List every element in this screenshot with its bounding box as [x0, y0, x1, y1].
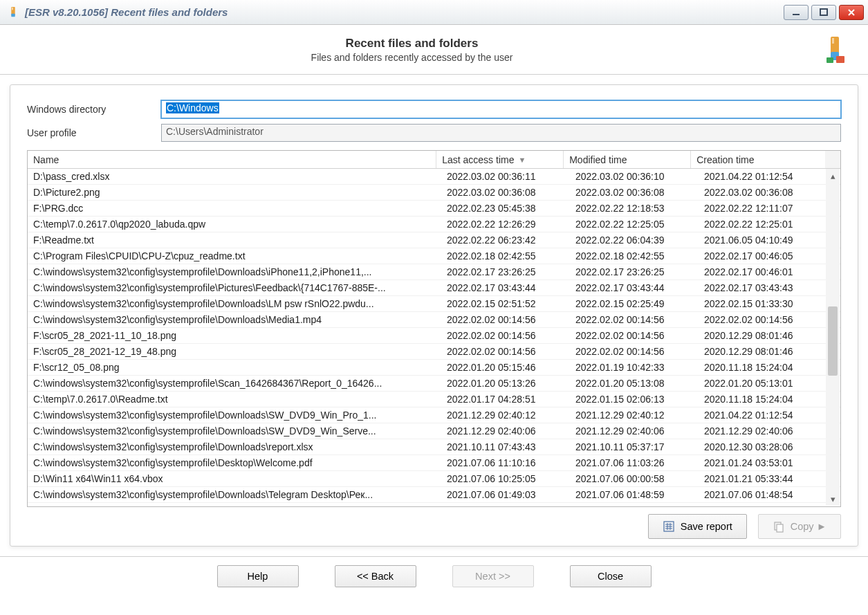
cell-modified: 2022.02.22 06:04:39 [570, 234, 699, 246]
column-header-modified[interactable]: Modified time [564, 151, 691, 168]
cell-modified: 2022.02.17 23:26:25 [570, 266, 699, 278]
cell-modified: 2022.02.02 00:14:56 [570, 345, 699, 358]
table-row[interactable]: F:\scr05_28_2021-11_10_18.png2022.02.02 … [28, 328, 840, 344]
cell-modified: 2022.02.15 02:25:49 [570, 297, 699, 310]
cell-modified: 2022.02.18 02:42:55 [570, 250, 699, 262]
close-window-button[interactable] [839, 5, 864, 20]
cell-last-access: 2022.02.17 03:43:44 [441, 282, 570, 294]
cell-last-access: 2022.03.02 00:36:11 [441, 170, 570, 183]
cell-last-access: 2022.02.18 02:42:55 [441, 250, 570, 262]
table-row[interactable]: C:\windows\system32\config\systemprofile… [28, 376, 840, 392]
table-row[interactable]: C:\temp\7.0.2617.0\Readme.txt2022.01.17 … [28, 392, 840, 407]
table-row[interactable]: D:\pass_cred.xlsx2022.03.02 00:36:112022… [28, 169, 840, 185]
maximize-button[interactable] [811, 5, 836, 20]
cell-creation: 2022.02.02 00:14:56 [699, 313, 834, 326]
table-row[interactable]: C:\windows\system32\config\systemprofile… [28, 280, 840, 296]
table-row[interactable]: F:\PRG.dcc2022.02.23 05:45:382022.02.22 … [28, 201, 840, 217]
column-header-last-access[interactable]: Last access time▼ [436, 151, 564, 168]
cell-last-access: 2021.07.06 11:10:16 [441, 457, 570, 469]
cell-name: C:\windows\system32\config\systemprofile… [28, 282, 441, 294]
cell-last-access: 2021.12.29 02:40:12 [441, 409, 570, 421]
cell-modified: 2022.02.22 12:18:53 [570, 202, 699, 214]
table-header: Name Last access time▼ Modified time Cre… [28, 151, 840, 169]
page-header: Recent files and folders Files and folde… [0, 25, 868, 75]
scroll-up-button[interactable]: ▴ [826, 169, 840, 183]
user-profile-input[interactable]: C:\Users\Administrator [161, 124, 841, 142]
cell-name: C:\windows\system32\config\systemprofile… [28, 297, 441, 310]
cell-modified: 2022.03.02 00:36:10 [570, 170, 699, 183]
page-title: Recent files and folders [0, 37, 824, 51]
cell-creation: 2021.06.05 04:10:49 [699, 234, 834, 246]
table-row[interactable]: C:\windows\system32\config\systemprofile… [28, 407, 840, 423]
table-row[interactable]: C:\windows\system32\config\systemprofile… [28, 296, 840, 312]
cell-creation: 2020.11.18 15:24:04 [699, 361, 834, 374]
save-report-button[interactable]: Save report [648, 514, 747, 539]
table-row[interactable]: C:\windows\system32\config\systemprofile… [28, 439, 840, 455]
app-icon [7, 6, 19, 19]
cell-name: D:\pass_cred.xlsx [28, 170, 441, 183]
table-row[interactable]: F:\scr05_28_2021-12_19_48.png2022.02.02 … [28, 344, 840, 360]
table-row[interactable]: C:\windows\system32\config\systemprofile… [28, 487, 840, 503]
close-button[interactable]: Close [570, 565, 652, 587]
cell-creation: 2022.02.17 00:46:01 [699, 266, 834, 278]
next-button: Next >> [452, 565, 534, 587]
cell-name: C:\windows\system32\config\systemprofile… [28, 377, 441, 389]
cell-modified: 2021.07.06 00:00:58 [570, 472, 699, 485]
cell-creation: 2020.12.30 03:28:06 [699, 441, 834, 453]
minimize-button[interactable] [784, 5, 809, 20]
table-row[interactable]: C:\windows\system32\config\systemprofile… [28, 264, 840, 280]
cell-name: D:\Win11 x64\Win11 x64.vbox [28, 472, 441, 485]
cell-name: C:\windows\system32\config\systemprofile… [28, 409, 441, 421]
table-row[interactable]: C:\windows\system32\config\systemprofile… [28, 455, 840, 471]
scrollbar-thumb[interactable] [828, 306, 838, 376]
cell-modified: 2022.01.15 02:06:13 [570, 393, 699, 405]
cell-name: C:\Program Files\CPUID\CPU-Z\cpuz_readme… [28, 250, 441, 262]
help-button[interactable]: Help [217, 565, 299, 587]
back-button[interactable]: << Back [335, 565, 416, 587]
table-row[interactable]: C:\windows\system32\config\systemprofile… [28, 312, 840, 328]
table-row[interactable]: C:\temp\7.0.2617.0\qp2020_labuda.qpw2022… [28, 217, 840, 232]
cell-modified: 2022.02.02 00:14:56 [570, 329, 699, 342]
cell-modified: 2022.02.02 00:14:56 [570, 313, 699, 326]
cell-creation: 2022.02.22 12:25:01 [699, 218, 834, 230]
cell-last-access: 2022.01.20 05:15:46 [441, 361, 570, 374]
cell-creation: 2021.01.24 03:53:01 [699, 504, 834, 506]
windows-directory-input[interactable]: C:\Windows [161, 100, 841, 118]
cell-last-access: 2022.02.02 00:14:56 [441, 329, 570, 342]
cell-name: F:\scr05_28_2021-12_19_48.png [28, 345, 441, 358]
column-header-name[interactable]: Name [28, 151, 436, 168]
cell-modified: 2022.02.22 12:25:05 [570, 218, 699, 230]
windows-directory-label: Windows directory [27, 104, 161, 115]
cell-creation: 2021.01.24 03:53:01 [699, 457, 834, 469]
cell-modified: 2022.01.19 10:42:33 [570, 361, 699, 374]
cell-creation: 2022.02.15 01:33:30 [699, 297, 834, 310]
table-row[interactable]: C:\windows\system32\config\systemprofile… [28, 503, 840, 506]
cell-creation: 2020.11.18 15:24:04 [699, 393, 834, 405]
cell-last-access: 2022.02.17 23:26:25 [441, 266, 570, 278]
cell-last-access: 2021.12.29 02:40:06 [441, 425, 570, 437]
scroll-down-button[interactable]: ▾ [826, 492, 840, 506]
cell-last-access: 2022.02.22 06:23:42 [441, 234, 570, 246]
vertical-scrollbar[interactable]: ▴ ▾ [826, 169, 840, 506]
table-row[interactable]: F:\Readme.txt2022.02.22 06:23:422022.02.… [28, 232, 840, 248]
product-logo-icon [824, 35, 847, 64]
cell-modified: 2021.10.11 05:37:17 [570, 441, 699, 453]
cell-last-access: 2022.02.23 05:45:38 [441, 202, 570, 214]
table-row[interactable]: D:\Picture2.png2022.03.02 00:36:082022.0… [28, 185, 840, 201]
cell-creation: 2022.02.17 03:43:43 [699, 282, 834, 294]
table-row[interactable]: C:\windows\system32\config\systemprofile… [28, 423, 840, 439]
cell-name: C:\windows\system32\config\systemprofile… [28, 504, 441, 506]
table-row[interactable]: F:\scr12_05_08.png2022.01.20 05:15:46202… [28, 360, 840, 376]
cell-creation: 2021.12.29 02:40:06 [699, 425, 834, 437]
table-row[interactable]: C:\Program Files\CPUID\CPU-Z\cpuz_readme… [28, 248, 840, 264]
cell-name: C:\windows\system32\config\systemprofile… [28, 425, 441, 437]
files-table: Name Last access time▼ Modified time Cre… [27, 150, 841, 507]
cell-name: F:\PRG.dcc [28, 202, 441, 214]
column-header-creation[interactable]: Creation time [691, 151, 825, 168]
table-row[interactable]: D:\Win11 x64\Win11 x64.vbox2021.07.06 10… [28, 471, 840, 487]
cell-modified: 2021.07.06 11:03:26 [570, 457, 699, 469]
cell-name: C:\windows\system32\config\systemprofile… [28, 441, 441, 453]
cell-last-access: 2021.10.11 07:43:43 [441, 441, 570, 453]
scrollbar-header-spacer [825, 151, 840, 168]
cell-creation: 2022.02.17 00:46:05 [699, 250, 834, 262]
